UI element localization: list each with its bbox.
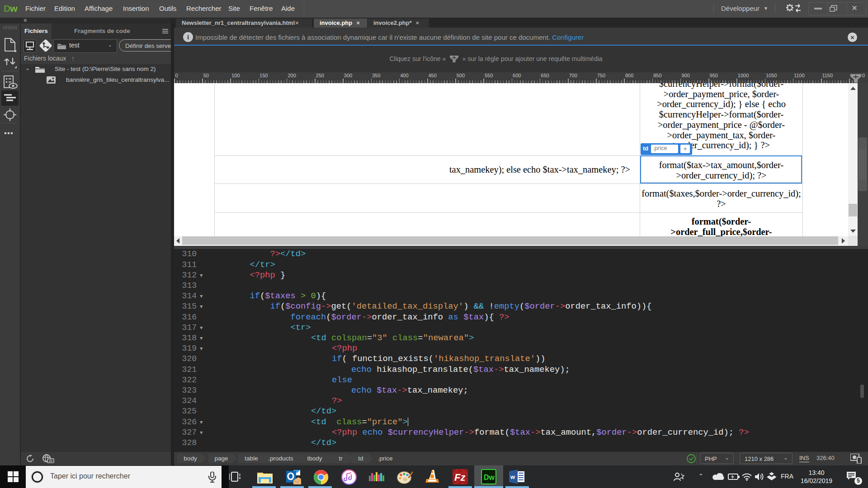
svg-text:Fz: Fz (454, 472, 465, 483)
svg-text:w: w (510, 474, 515, 480)
svg-text:Dw: Dw (484, 474, 495, 481)
